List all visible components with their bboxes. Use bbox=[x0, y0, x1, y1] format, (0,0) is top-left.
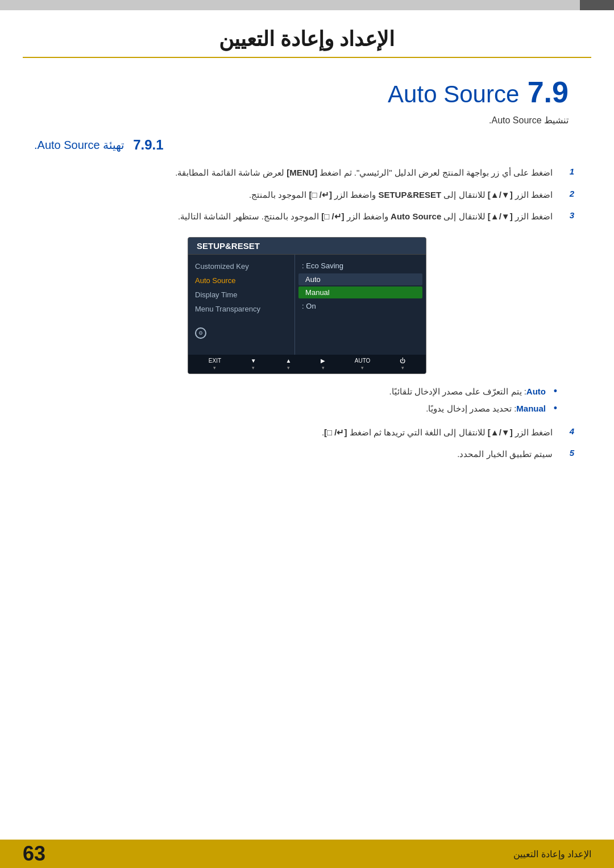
steps-container-2: 4 اضغط الزر [▼/▲] للانتقال إلى اللغة الت… bbox=[34, 424, 580, 463]
menu-left-panel: Customized Key Auto Source Display Time … bbox=[188, 255, 295, 355]
step-1: 1 اضغط على أي زر بواجهة المنتج لعرض الدل… bbox=[34, 164, 580, 182]
subsection-title: 7.9.1 تهيئة Auto Source. bbox=[34, 137, 569, 153]
menu-item-auto-source: Auto Source bbox=[188, 273, 294, 288]
auto-icon: AUTO bbox=[355, 358, 371, 364]
step-2: 2 اضغط الزر [▼/▲] للانتقال إلى SETUP&RES… bbox=[34, 186, 580, 204]
bullet-dot-2: • bbox=[550, 402, 557, 414]
activation-text: تنشيط Auto Source. bbox=[34, 115, 569, 126]
menu-item-display-time: Display Time bbox=[188, 288, 294, 302]
main-content: 7.9 Auto Source تنشيط Auto Source. 7.9.1… bbox=[0, 75, 614, 463]
step-text-3: اضغط الزر [▼/▲] للانتقال إلى Auto Source… bbox=[40, 210, 553, 223]
right-icon: ▶ bbox=[321, 358, 325, 364]
menu-item-customized: Customized Key bbox=[188, 259, 294, 273]
menu-right-eco-label: : Eco Saving bbox=[295, 259, 426, 272]
menu-screenshot: SETUP&RESET Customized Key Auto Source D… bbox=[188, 237, 426, 374]
step-4: 4 اضغط الزر [▼/▲] للانتقال إلى اللغة الت… bbox=[34, 424, 580, 442]
bullet-text-manual: Manual: تحديد مصدر إدخال يدويًا. bbox=[426, 402, 546, 416]
step-text-2: اضغط الزر [▼/▲] للانتقال إلى SETUP&RESET… bbox=[40, 189, 553, 202]
keyword-auto: Auto bbox=[526, 387, 546, 396]
menu-option-auto: Auto bbox=[298, 273, 422, 285]
section-number: 7.9 bbox=[528, 75, 569, 109]
footer-page-number: 63 bbox=[23, 842, 45, 866]
keyword-manual: Manual bbox=[516, 404, 546, 413]
footer-right: ▶ ▾ bbox=[321, 358, 325, 371]
menu-footer: EXIT ▾ ▼ ▾ ▲ ▾ ▶ ▾ AUTO ▾ ⏻ ▾ bbox=[188, 355, 426, 373]
top-bar bbox=[0, 0, 614, 10]
activation-label: تنشيط bbox=[544, 115, 569, 125]
step-text-4: اضغط الزر [▼/▲] للانتقال إلى اللغة التي … bbox=[40, 426, 553, 439]
footer-exit: EXIT ▾ bbox=[209, 358, 221, 371]
page-header: الإعداد وإعادة التعيين bbox=[23, 10, 591, 58]
bullet-auto: • Auto: يتم التعرّف على مصدر الإدخال تلق… bbox=[34, 385, 569, 398]
step-5: 5 سيتم تطبيق الخيار المحدد. bbox=[34, 446, 580, 463]
step-number-5: 5 bbox=[557, 448, 574, 458]
step-text-5: سيتم تطبيق الخيار المحدد. bbox=[40, 448, 553, 461]
step-number-4: 4 bbox=[557, 426, 574, 436]
menu-right-panel: : Eco Saving Auto Manual : On bbox=[295, 255, 426, 355]
exit-icon: EXIT bbox=[209, 358, 221, 364]
up-icon: ▲ bbox=[285, 358, 291, 364]
steps-container: 1 اضغط على أي زر بواجهة المنتج لعرض الدل… bbox=[34, 164, 580, 226]
footer-power: ⏻ ▾ bbox=[400, 358, 405, 371]
power-icon: ⏻ bbox=[400, 358, 405, 364]
subsection-label: تهيئة Auto Source. bbox=[34, 138, 125, 152]
footer-down: ▼ ▾ bbox=[251, 358, 256, 371]
step-number-1: 1 bbox=[557, 167, 574, 176]
step-number-3: 3 bbox=[557, 210, 574, 220]
page-footer: 63 الإعداد وإعادة التعيين bbox=[0, 840, 614, 868]
menu-option-manual: Manual bbox=[298, 286, 422, 298]
menu-item-transparency: Menu Transparency bbox=[188, 302, 294, 316]
activation-value: Auto Source. bbox=[489, 115, 542, 125]
footer-auto: AUTO ▾ bbox=[355, 358, 371, 371]
step-text-1: اضغط على أي زر بواجهة المنتج لعرض الدليل… bbox=[40, 167, 553, 180]
menu-body: Customized Key Auto Source Display Time … bbox=[188, 255, 426, 355]
top-bar-dark bbox=[580, 0, 614, 10]
step-number-2: 2 bbox=[557, 189, 574, 198]
bullet-manual: • Manual: تحديد مصدر إدخال يدويًا. bbox=[34, 402, 569, 416]
subsection-number: 7.9.1 bbox=[133, 137, 163, 153]
section-name: Auto Source bbox=[388, 81, 519, 107]
menu-title-bar: SETUP&RESET bbox=[188, 238, 426, 255]
page-title: الإعداد وإعادة التعيين bbox=[219, 27, 395, 51]
step-3: 3 اضغط الزر [▼/▲] للانتقال إلى Auto Sour… bbox=[34, 208, 580, 226]
bullet-section: • Auto: يتم التعرّف على مصدر الإدخال تلق… bbox=[34, 385, 569, 416]
section-title-row: 7.9 Auto Source bbox=[34, 75, 580, 109]
bullet-text-auto: Auto: يتم التعرّف على مصدر الإدخال تلقائ… bbox=[389, 385, 546, 398]
menu-right-on-label: : On bbox=[295, 300, 426, 313]
footer-up: ▲ ▾ bbox=[285, 358, 291, 371]
down-icon: ▼ bbox=[251, 358, 256, 364]
footer-title: الإعداد وإعادة التعيين bbox=[513, 849, 591, 859]
bullet-dot-1: • bbox=[550, 385, 557, 397]
